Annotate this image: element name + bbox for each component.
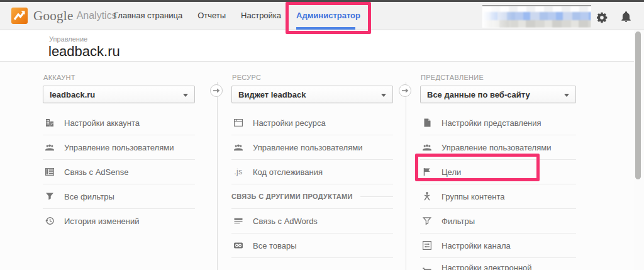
menu-item-label: Настройки аккаунта bbox=[64, 118, 140, 128]
menu-item-label: Настройки канала bbox=[441, 241, 511, 250]
google-analytics-admin-screen: Google Analytics Главная страница Отчеты… bbox=[0, 0, 644, 270]
menu-item-filters[interactable]: Фильтры bbox=[420, 208, 576, 233]
menu-item-adwords-linking[interactable]: Связь с AdWords bbox=[231, 208, 393, 233]
document-icon bbox=[421, 118, 433, 128]
users-icon bbox=[44, 142, 55, 152]
flag-icon bbox=[421, 167, 433, 177]
menu-item-view-user-management[interactable]: Управление пользователями bbox=[420, 135, 576, 159]
chevron-down-icon bbox=[564, 94, 569, 99]
admin-columns-area: АККАУНТ leadback.ru Настройки аккаунта bbox=[0, 62, 644, 270]
menu-item-label: Фильтры bbox=[441, 217, 475, 226]
channel-icon bbox=[421, 240, 433, 250]
menu-item-tracking-code[interactable]: .js Код отслеживания bbox=[231, 159, 393, 184]
menu-item-change-history[interactable]: История изменений bbox=[43, 208, 195, 233]
account-info-redacted[interactable] bbox=[482, 5, 591, 28]
pixelated-blur bbox=[482, 6, 591, 28]
view-selector-dropdown[interactable]: Все данные по веб-сайту bbox=[420, 86, 576, 103]
column-divider bbox=[406, 82, 406, 270]
adsense-table-icon bbox=[44, 167, 55, 177]
main-nav: Главная страница Отчеты Настройка Админи… bbox=[114, 2, 360, 30]
property-selector-value: Виджет leadback bbox=[238, 90, 306, 99]
section-header-label: СВЯЗЬ С ДРУГИМИ ПРОДУКТАМИ bbox=[231, 193, 353, 200]
content-group-icon bbox=[421, 191, 433, 201]
menu-item-clipped bbox=[231, 257, 393, 270]
tab-customization[interactable]: Настройка bbox=[241, 2, 281, 30]
menu-item-all-filters[interactable]: Все фильтры bbox=[43, 184, 195, 208]
property-menu: Настройки ресурса Управление пользовател… bbox=[231, 111, 393, 270]
account-column: АККАУНТ leadback.ru Настройки аккаунта bbox=[43, 62, 195, 233]
menu-item-channel-settings[interactable]: Настройки канала bbox=[420, 233, 576, 257]
menu-item-label: Код отслеживания bbox=[253, 167, 323, 177]
move-to-property-arrow-button[interactable] bbox=[210, 84, 223, 97]
menu-item-label: Связь с AdWords bbox=[253, 217, 318, 226]
tab-home[interactable]: Главная страница bbox=[114, 2, 182, 30]
users-icon bbox=[421, 142, 433, 152]
logo-brand-text: Google bbox=[33, 8, 74, 24]
analytics-logo-icon bbox=[11, 8, 28, 24]
menu-item-label: Группы контента bbox=[441, 192, 504, 201]
tab-admin[interactable]: Администратор bbox=[296, 2, 360, 30]
property-column: РЕСУРС Виджет leadback Настройки ресурса bbox=[231, 62, 393, 270]
menu-item-goals[interactable]: Цели bbox=[420, 159, 576, 184]
js-icon: .js bbox=[233, 167, 244, 176]
menu-item-content-grouping[interactable]: Группы контента bbox=[420, 184, 576, 208]
property-selector-dropdown[interactable]: Виджет leadback bbox=[231, 86, 393, 103]
menu-item-account-user-management[interactable]: Управление пользователями bbox=[43, 135, 195, 159]
funnel-icon bbox=[44, 191, 55, 201]
view-column: ПРЕДСТАВЛЕНИЕ Все данные по веб-сайту На… bbox=[420, 62, 576, 270]
chevron-down-icon bbox=[381, 94, 386, 99]
menu-item-label: Связь с AdSense bbox=[64, 167, 128, 177]
menu-item-ecommerce-settings[interactable]: Настройки электронной торговли bbox=[420, 257, 576, 270]
gear-icon[interactable] bbox=[597, 12, 608, 23]
window-icon bbox=[233, 118, 244, 128]
cart-icon bbox=[421, 267, 433, 270]
menu-item-label: Настройки электронной торговли bbox=[441, 263, 541, 270]
move-to-view-arrow-button[interactable] bbox=[399, 84, 411, 97]
funnel-outline-icon bbox=[421, 216, 433, 226]
chevron-down-icon bbox=[183, 94, 188, 99]
product-linking-section-header: СВЯЗЬ С ДРУГИМИ ПРОДУКТАМИ bbox=[231, 184, 393, 208]
menu-item-label: Управление пользователями bbox=[253, 143, 362, 152]
view-column-header: ПРЕДСТАВЛЕНИЕ bbox=[421, 74, 576, 81]
menu-item-label: Настройки ресурса bbox=[253, 118, 326, 128]
active-tab-underline bbox=[296, 27, 355, 30]
menu-item-property-settings[interactable]: Настройки ресурса bbox=[231, 111, 393, 135]
account-menu: Настройки аккаунта Управление пользовате… bbox=[43, 111, 195, 233]
menu-item-label: Настройки представления bbox=[441, 118, 541, 128]
scrollbar-track[interactable] bbox=[634, 30, 644, 270]
breadcrumb: Управление bbox=[49, 35, 87, 43]
menu-item-label: Управление пользователями bbox=[64, 143, 174, 152]
page-title: leadback.ru bbox=[48, 43, 120, 60]
menu-item-label: Все товары bbox=[253, 241, 297, 250]
menu-item-label: Цели bbox=[441, 167, 461, 177]
view-menu: Настройки представления Управление польз… bbox=[420, 111, 576, 270]
tab-reports[interactable]: Отчеты bbox=[197, 2, 226, 30]
adwords-lines-icon bbox=[233, 216, 244, 226]
property-column-header: РЕСУРС bbox=[232, 74, 393, 81]
menu-item-account-settings[interactable]: Настройки аккаунта bbox=[43, 111, 195, 135]
tab-admin-label: Администратор bbox=[296, 11, 360, 20]
menu-item-label: Все фильтры bbox=[64, 192, 114, 201]
top-navigation-bar: Google Analytics Главная страница Отчеты… bbox=[0, 2, 644, 30]
menu-item-label: История изменений bbox=[64, 217, 140, 226]
scrollbar-thumb[interactable] bbox=[635, 31, 641, 179]
view-selector-value: Все данные по веб-сайту bbox=[427, 90, 530, 99]
account-selector-value: leadback.ru bbox=[50, 90, 95, 99]
building-icon bbox=[44, 118, 55, 128]
users-icon bbox=[233, 142, 244, 152]
account-selector-dropdown[interactable]: leadback.ru bbox=[43, 86, 195, 103]
menu-item-all-products[interactable]: Все товары bbox=[231, 233, 393, 257]
logo-product-text: Analytics bbox=[77, 10, 117, 21]
account-column-header: АККАУНТ bbox=[43, 74, 195, 81]
column-divider bbox=[217, 82, 218, 270]
google-analytics-logo: Google Analytics bbox=[11, 8, 117, 24]
page-header: Управление leadback.ru bbox=[0, 30, 644, 62]
menu-item-adsense-linking[interactable]: Связь с AdSense bbox=[43, 159, 195, 184]
link-icon bbox=[233, 240, 244, 250]
history-icon bbox=[44, 216, 55, 226]
menu-item-view-settings[interactable]: Настройки представления bbox=[420, 111, 576, 135]
bell-icon[interactable] bbox=[621, 11, 632, 23]
menu-item-property-user-management[interactable]: Управление пользователями bbox=[231, 135, 393, 159]
menu-item-label: Управление пользователями bbox=[441, 143, 551, 152]
